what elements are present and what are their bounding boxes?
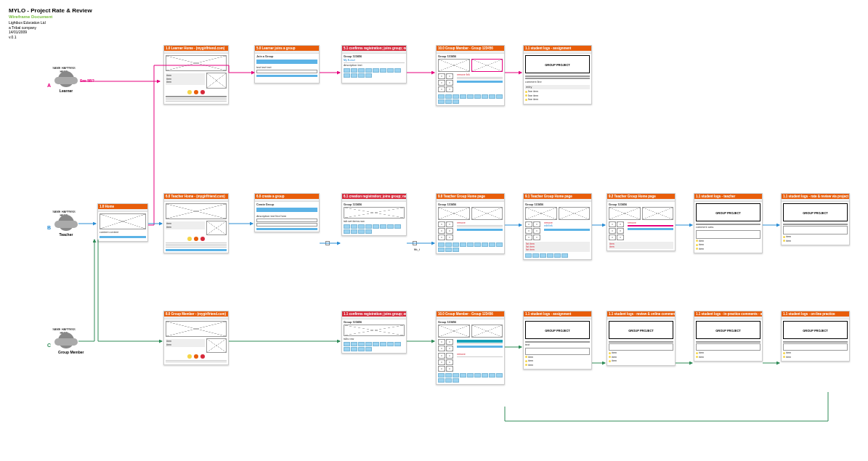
persona-group-member: SAME HAPPENS HERE Group Member (58, 333, 84, 354)
frame-b2[interactable]: 6.0 create a group Create Group descript… (254, 193, 320, 232)
row-label-a: A (47, 83, 51, 88)
group-member-icon (58, 333, 74, 348)
join-button[interactable] (256, 75, 317, 77)
document-header: MYLO - Project Rate & Review Wireframe D… (9, 7, 92, 39)
frame-c7[interactable]: 1.1 student logs - in-practice comments … (694, 311, 763, 362)
hb-t-label: hb_t (414, 248, 420, 251)
frame-c8[interactable]: 1.1 student logs - on-line practice GROU… (781, 311, 850, 362)
frame-a1[interactable]: 1.0 Learner Home - (mygirlfriend.com) it… (163, 45, 229, 105)
join-code-input[interactable] (256, 70, 317, 73)
doc-meta: Lightbox Education Ltd a Tribal company … (9, 20, 92, 39)
frame-b4[interactable]: 9.0 Teacher Group Home page Group 123456… (436, 193, 505, 254)
connector-node (325, 241, 330, 245)
frame-b3[interactable]: 6.1 creation registration; joins group; … (341, 193, 407, 236)
frame-b5[interactable]: 9.1 Teacher Group Home page Group 123456… (523, 193, 592, 260)
connector-node (413, 241, 417, 245)
frame-a3[interactable]: 5.1 confirms registration; joins group; … (341, 45, 407, 83)
create-button[interactable] (256, 228, 317, 230)
persona-learner: SAME HAPPENS HERE Learner (58, 71, 74, 93)
frame-a2[interactable]: 5.0 Learner joins a group Join a Group t… (254, 45, 320, 83)
frame-c4[interactable]: 10.0 Group Member - Group 123456 Group 1… (436, 311, 505, 385)
frame-c6[interactable]: 1.1 student logs - review & online comme… (607, 311, 676, 366)
doc-title: MYLO - Project Rate & Review (9, 7, 92, 14)
frame-c3[interactable]: 1.1 confirms registration; joins group; … (341, 311, 407, 354)
frame-a5[interactable]: 1.1 student logs - assignment GROUP PROJ… (523, 45, 592, 105)
frame-b7[interactable]: 1.1 student logs - teacher GROUP PROJECT… (694, 193, 763, 253)
frame-b6[interactable]: 9.2 Teacher Group Home page Group 123456… (607, 193, 676, 251)
doc-subtitle: Wireframe Document (9, 15, 92, 19)
see-note: See 5B? (80, 78, 94, 83)
row-label-c: C (47, 343, 51, 348)
teacher-icon (58, 215, 74, 231)
diagram-canvas: MYLO - Project Rate & Review Wireframe D… (0, 0, 868, 461)
frame-a4[interactable]: 10.0 Group Member - Group 123456 Group 1… (436, 45, 505, 106)
frame-b8[interactable]: 1.1 student logs - rate & review via pro… (781, 193, 850, 245)
persona-teacher: SAME HAPPENS HERE Teacher (58, 215, 74, 237)
version: v.0.1 (9, 35, 92, 40)
learner-icon (58, 71, 74, 87)
frame-b1[interactable]: 6.0 Teacher Home - (mygirlfriend.com) it… (163, 193, 229, 253)
row-label-b: B (47, 225, 51, 230)
frame-c1[interactable]: 8.0 Group Member - (mygirlfriend.com) it… (163, 311, 229, 365)
frame-c5[interactable]: 1.1 student logs - assignment GROUP PROJ… (523, 311, 592, 370)
hero-image-placeholder (100, 213, 146, 229)
group-name-input[interactable] (256, 219, 317, 222)
frame-home[interactable]: 1.0 Home content content (97, 203, 148, 242)
